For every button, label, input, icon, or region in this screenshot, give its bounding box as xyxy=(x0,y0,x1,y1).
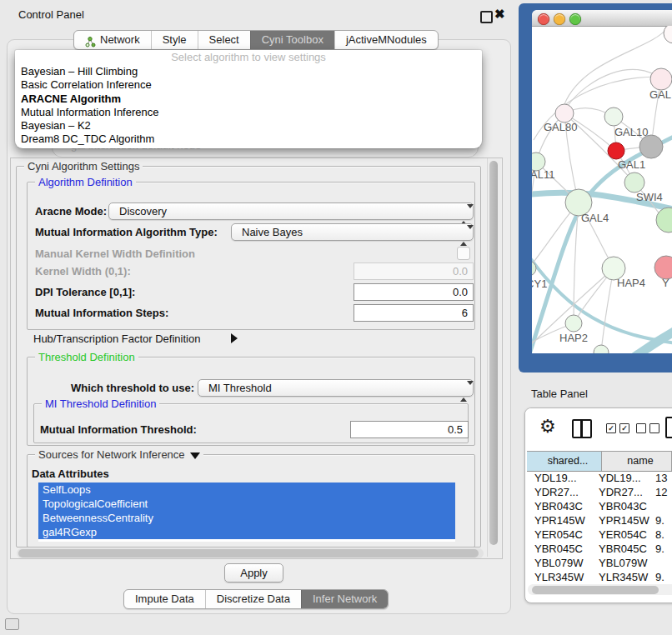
column-header-name[interactable]: name xyxy=(602,452,672,471)
data-attribute-item[interactable]: TopologicalCoefficient xyxy=(38,497,455,511)
algorithm-popup-item[interactable]: Mutual Information Inference xyxy=(15,106,482,119)
float-panel-icon[interactable] xyxy=(480,11,493,23)
table-row[interactable]: YPR145WYPR145W9. xyxy=(527,513,672,528)
table-horizontal-scrollbar[interactable] xyxy=(528,584,672,595)
network-edge[interactable] xyxy=(630,330,672,353)
table-cell[interactable]: YLR345W xyxy=(527,570,591,584)
table-row[interactable]: YBR045CYBR045C9. xyxy=(527,542,672,556)
column-header-shared-name[interactable]: shared... xyxy=(527,452,602,471)
algorithm-popup-item[interactable]: Bayesian – K2 xyxy=(15,119,482,132)
which-threshold-combobox[interactable]: MI Threshold xyxy=(198,379,474,397)
network-edge[interactable] xyxy=(532,238,672,343)
tab-impute-data[interactable]: Impute Data xyxy=(124,590,205,608)
function-builder-icon[interactable] xyxy=(665,417,672,438)
gear-icon[interactable]: ⚙ xyxy=(539,418,556,436)
table-cell[interactable]: 13 xyxy=(651,471,672,485)
algorithm-popup-item[interactable]: ARACNE Algorithm xyxy=(15,92,482,106)
scrollbar-thumb[interactable] xyxy=(18,549,479,558)
network-node[interactable] xyxy=(656,208,672,232)
table-row[interactable]: YDL19...YDL19...13 xyxy=(527,471,672,485)
split-columns-icon[interactable] xyxy=(572,419,592,438)
network-node[interactable] xyxy=(565,315,582,332)
network-node[interactable] xyxy=(654,256,672,279)
close-window-icon[interactable] xyxy=(538,13,549,25)
settings-vertical-scrollbar[interactable] xyxy=(487,158,501,557)
table-cell[interactable]: 12 xyxy=(651,485,672,499)
scrollbar-thumb[interactable] xyxy=(489,161,498,545)
table-cell[interactable]: YBR045C xyxy=(527,542,591,556)
table-row[interactable]: YBL079WYBL079W xyxy=(527,556,672,570)
table-cell[interactable]: YPR145W xyxy=(591,513,651,528)
table-cell[interactable]: YBR043C xyxy=(527,499,591,513)
algorithm-popup-item[interactable]: Basic Correlation Inference xyxy=(15,78,482,92)
network-edge[interactable] xyxy=(601,268,614,352)
network-edge[interactable] xyxy=(567,69,661,107)
network-window-titlebar[interactable] xyxy=(532,10,672,27)
mi-steps-field[interactable]: 6 xyxy=(354,304,474,322)
table-cell[interactable]: YBR045C xyxy=(591,542,651,556)
minimize-window-icon[interactable] xyxy=(554,13,565,25)
mi-threshold-field[interactable]: 0.5 xyxy=(350,421,469,438)
tab-cyni-toolbox[interactable]: Cyni Toolbox xyxy=(250,31,334,49)
table-cell[interactable]: YLR345W xyxy=(591,570,651,584)
manual-kernel-width-checkbox[interactable] xyxy=(457,247,470,260)
table-cell[interactable]: YDR27... xyxy=(591,485,651,499)
network-node-label: GCY1 xyxy=(532,278,547,290)
data-attribute-item[interactable]: SelfLoops xyxy=(38,482,455,497)
network-node[interactable] xyxy=(639,135,663,158)
table-cell[interactable]: YPR145W xyxy=(527,513,591,528)
network-node[interactable] xyxy=(650,68,672,90)
network-node[interactable] xyxy=(555,104,574,122)
data-attribute-item[interactable]: gal4RGexp xyxy=(38,525,455,539)
table-cell[interactable]: 9. xyxy=(651,570,672,584)
close-panel-icon[interactable]: ✖ xyxy=(494,7,505,22)
table-row[interactable]: YBR043CYBR043C xyxy=(527,499,672,513)
table-cell[interactable] xyxy=(651,499,672,513)
network-node[interactable] xyxy=(608,142,624,159)
table-cell[interactable]: 9. xyxy=(651,513,672,528)
tab-discretize-data[interactable]: Discretize Data xyxy=(205,590,301,608)
network-node[interactable] xyxy=(624,172,644,192)
algorithm-popup-item[interactable]: Dream8 DC_TDC Algorithm xyxy=(15,132,482,146)
table-cell[interactable]: YER054C xyxy=(527,528,591,542)
collapse-arrow-icon[interactable] xyxy=(190,452,200,459)
data-attributes-list[interactable]: SelfLoopsTopologicalCoefficientBetweenne… xyxy=(38,482,455,542)
table-row[interactable]: YDR27...YDR27...12 xyxy=(527,485,672,499)
unselect-all-columns-icon[interactable] xyxy=(636,423,659,433)
expand-arrow-icon[interactable] xyxy=(231,333,238,343)
kernel-width-field[interactable]: 0.0 xyxy=(354,262,474,280)
zoom-window-icon[interactable] xyxy=(569,13,581,25)
table-cell[interactable]: 8. xyxy=(651,528,672,542)
apply-button[interactable]: Apply xyxy=(224,563,283,582)
select-all-columns-icon[interactable]: ✓✓ xyxy=(606,423,629,433)
algorithm-popup-item[interactable]: Bayesian – Hill Climbing xyxy=(15,65,482,78)
table-cell[interactable]: YDL19... xyxy=(527,471,591,485)
network-node[interactable] xyxy=(664,26,672,43)
table-cell[interactable]: YDR27... xyxy=(527,485,591,499)
tab-infer-network[interactable]: Infer Network xyxy=(301,590,388,608)
scrollbar-thumb[interactable] xyxy=(532,586,659,594)
data-attribute-item[interactable]: BetweennessCentrality xyxy=(38,511,455,525)
tab-style[interactable]: Style xyxy=(151,31,198,49)
tab-network[interactable]: Network xyxy=(74,31,151,49)
mi-algorithm-type-combobox[interactable]: Naive Bayes xyxy=(231,223,474,241)
dpi-tolerance-field[interactable]: 0.0 xyxy=(354,283,474,301)
table-cell[interactable]: YBR043C xyxy=(591,499,651,513)
network-canvas[interactable]: GALGAL80GAL10GAL1GAL11SWI4GAL4GCY1HAP4YH… xyxy=(532,26,672,353)
table-cell[interactable]: YBL079W xyxy=(591,556,651,570)
collapsed-panel-icon[interactable] xyxy=(5,618,19,630)
table-cell[interactable]: YBL079W xyxy=(527,556,591,570)
table-cell[interactable]: YER054C xyxy=(591,528,651,542)
table-row[interactable]: YER054CYER054C8. xyxy=(527,528,672,542)
table-cell[interactable]: YDL19... xyxy=(591,471,651,485)
tab-jactivemnodules[interactable]: jActiveMNodules xyxy=(334,31,438,49)
aracne-mode-combobox[interactable]: Discovery xyxy=(108,202,474,220)
table-cell[interactable]: 9. xyxy=(651,542,672,556)
network-node[interactable] xyxy=(604,108,623,126)
tab-select[interactable]: Select xyxy=(198,31,250,49)
stepper-arrows-icon xyxy=(460,207,467,218)
table-row[interactable]: YLR345WYLR345W9. xyxy=(527,570,672,584)
table-cell[interactable] xyxy=(651,556,672,570)
network-node[interactable] xyxy=(594,345,609,353)
settings-horizontal-scrollbar[interactable] xyxy=(17,548,484,558)
